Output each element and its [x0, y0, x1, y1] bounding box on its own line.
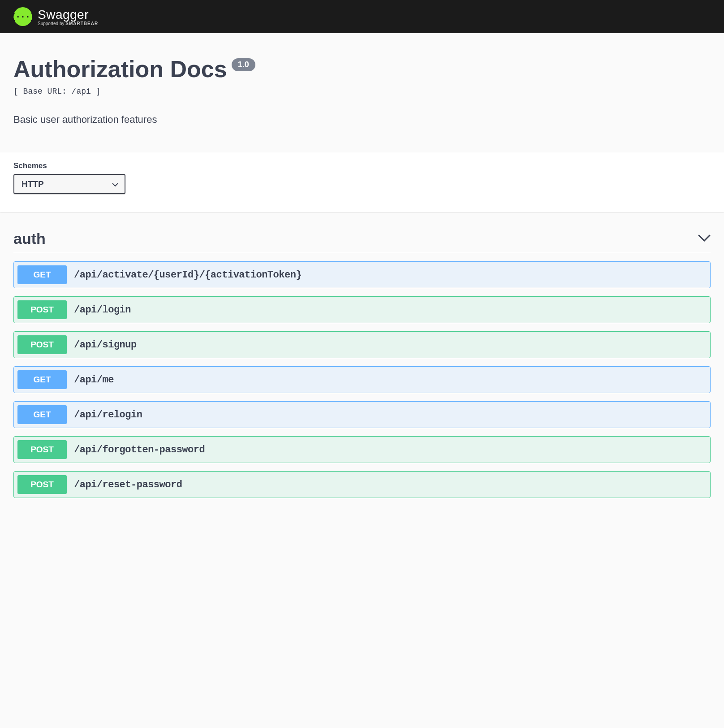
supported-by: Supported by SMARTBEAR	[38, 21, 98, 26]
tag-header[interactable]: auth	[13, 230, 711, 253]
operation-block[interactable]: POST/api/forgotten-password	[13, 436, 711, 463]
operation-block[interactable]: GET/api/relogin	[13, 401, 711, 428]
tag-name: auth	[13, 230, 46, 247]
schemes-select[interactable]: HTTP	[13, 174, 125, 194]
operation-block[interactable]: POST/api/reset-password	[13, 471, 711, 498]
method-badge: POST	[17, 335, 67, 354]
method-badge: GET	[17, 405, 67, 424]
base-url: [ Base URL: /api ]	[13, 87, 711, 96]
info-section: Authorization Docs 1.0 [ Base URL: /api …	[0, 33, 724, 152]
chevron-down-icon	[698, 234, 711, 243]
operations-section: auth GET/api/activate/{userId}/{activati…	[0, 212, 724, 524]
operation-path: /api/signup	[74, 339, 137, 351]
swagger-logo-icon: {···}	[13, 7, 32, 26]
method-badge: GET	[17, 265, 67, 284]
operation-path: /api/me	[74, 374, 114, 386]
version-badge: 1.0	[232, 58, 255, 71]
topbar: {···} Swagger Supported by SMARTBEAR	[0, 0, 724, 33]
operation-path: /api/relogin	[74, 409, 142, 420]
supported-prefix: Supported by	[38, 21, 65, 26]
operation-block[interactable]: POST/api/signup	[13, 331, 711, 358]
brand-name: Swagger	[38, 8, 98, 22]
method-badge: POST	[17, 300, 67, 319]
method-badge: POST	[17, 475, 67, 494]
operation-block[interactable]: GET/api/me	[13, 366, 711, 393]
method-badge: GET	[17, 370, 67, 389]
operation-path: /api/forgotten-password	[74, 444, 205, 455]
operation-path: /api/reset-password	[74, 479, 182, 490]
operation-path: /api/activate/{userId}/{activationToken}	[74, 269, 302, 281]
page-title: Authorization Docs 1.0	[13, 56, 711, 82]
api-description: Basic user authorization features	[13, 114, 711, 126]
schemes-section: Schemes HTTP	[0, 152, 724, 212]
operations-list: GET/api/activate/{userId}/{activationTok…	[13, 261, 711, 498]
operation-path: /api/login	[74, 304, 131, 316]
operation-block[interactable]: POST/api/login	[13, 296, 711, 323]
operation-block[interactable]: GET/api/activate/{userId}/{activationTok…	[13, 261, 711, 288]
title-text: Authorization Docs	[13, 56, 227, 82]
schemes-select-wrap: HTTP	[13, 174, 125, 194]
swagger-logo[interactable]: {···} Swagger Supported by SMARTBEAR	[13, 7, 98, 26]
schemes-label: Schemes	[13, 161, 711, 170]
supported-brand: SMARTBEAR	[65, 21, 98, 26]
method-badge: POST	[17, 440, 67, 459]
logo-text: Swagger Supported by SMARTBEAR	[38, 8, 98, 26]
